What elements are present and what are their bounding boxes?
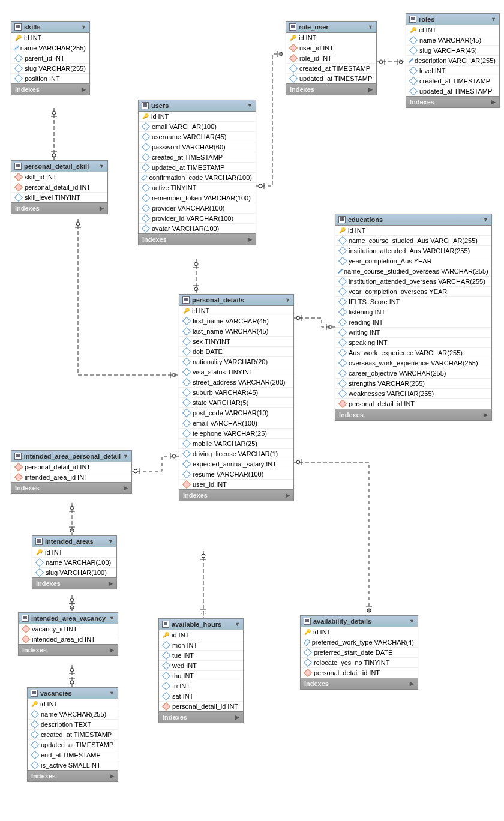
- indexes-footer[interactable]: Indexes▶: [19, 644, 118, 655]
- column-row[interactable]: email VARCHAR(100): [179, 418, 293, 429]
- column-row[interactable]: expected_annual_salary INT: [179, 459, 293, 469]
- table-roles[interactable]: roles▼🔑id INTname VARCHAR(45)slug VARCHA…: [406, 13, 500, 108]
- column-row[interactable]: first_name VARCHAR(45): [179, 316, 293, 326]
- column-row[interactable]: last_name VARCHAR(45): [179, 326, 293, 337]
- table-intended_area_personal_detail[interactable]: intended_area_personal_detail▼personal_d…: [11, 450, 132, 494]
- column-row[interactable]: personal_detail_id INT: [159, 702, 243, 711]
- column-row[interactable]: personal_detail_id INT: [11, 462, 131, 472]
- expand-icon[interactable]: ▶: [235, 714, 239, 720]
- table-skills[interactable]: skills▼🔑id INTname VARCHAR(255)parent_id…: [11, 21, 90, 95]
- column-row[interactable]: parent_id INT: [11, 53, 89, 64]
- column-row[interactable]: updated_at TIMESTAMP: [286, 74, 376, 83]
- table-header[interactable]: skills▼: [11, 22, 89, 33]
- expand-icon[interactable]: ▶: [124, 485, 128, 491]
- expand-icon[interactable]: ▶: [491, 99, 496, 105]
- table-availability_details[interactable]: availability_details▼🔑id INTpreferred_wo…: [300, 615, 418, 690]
- table-header[interactable]: intended_area_personal_detail▼: [11, 451, 131, 462]
- column-row[interactable]: thu INT: [159, 671, 243, 681]
- column-row[interactable]: post_code VARCHAR(10): [179, 408, 293, 418]
- column-row[interactable]: description VARCHAR(255): [406, 56, 499, 66]
- column-row[interactable]: name VARCHAR(255): [11, 43, 89, 53]
- column-row[interactable]: confirmation_code VARCHAR(100): [139, 173, 256, 183]
- column-row[interactable]: relocate_yes_no TINYINT: [301, 658, 418, 668]
- collapse-icon[interactable]: ▼: [109, 690, 115, 696]
- collapse-icon[interactable]: ▼: [235, 621, 240, 627]
- column-row[interactable]: password VARCHAR(60): [139, 142, 256, 152]
- collapse-icon[interactable]: ▼: [368, 24, 373, 30]
- expand-icon[interactable]: ▶: [82, 86, 86, 92]
- collapse-icon[interactable]: ▼: [247, 103, 253, 109]
- table-header[interactable]: availability_details▼: [301, 616, 418, 627]
- column-row[interactable]: speaking INT: [335, 338, 491, 348]
- table-personal_detail_skill[interactable]: personal_detail_skill▼skill_id INTperson…: [11, 160, 108, 214]
- column-row[interactable]: mobile VARCHAR(25): [179, 439, 293, 449]
- column-row[interactable]: 🔑id INT: [286, 33, 376, 43]
- column-row[interactable]: IELTS_Score INT: [335, 297, 491, 307]
- table-header[interactable]: users▼: [139, 100, 256, 112]
- column-row[interactable]: driving_license VARCHAR(1): [179, 449, 293, 459]
- expand-icon[interactable]: ▶: [110, 647, 114, 653]
- indexes-footer[interactable]: Indexes▶: [28, 770, 118, 781]
- column-row[interactable]: level INT: [406, 66, 499, 76]
- column-row[interactable]: slug VARCHAR(100): [32, 568, 116, 577]
- column-row[interactable]: 🔑id INT: [179, 306, 293, 316]
- table-available_hours[interactable]: available_hours▼🔑id INTmon INTtue INTwed…: [158, 618, 244, 723]
- indexes-footer[interactable]: Indexes▶: [11, 202, 107, 214]
- column-row[interactable]: name_course_studied_overseas VARCHAR(255…: [335, 266, 491, 277]
- column-row[interactable]: preferred_start_date DATE: [301, 648, 418, 658]
- table-header[interactable]: personal_details▼: [179, 295, 293, 306]
- expand-icon[interactable]: ▶: [410, 681, 414, 687]
- table-intended_area_vacancy[interactable]: intended_area_vacancy▼vacancy_id INTinte…: [18, 612, 118, 656]
- indexes-footer[interactable]: Indexes▶: [32, 577, 116, 589]
- column-row[interactable]: description TEXT: [28, 720, 118, 730]
- column-row[interactable]: weaknesses VARCHAR(255): [335, 389, 491, 399]
- column-row[interactable]: created_at TIMESTAMP: [286, 64, 376, 74]
- column-row[interactable]: writing INT: [335, 328, 491, 338]
- column-row[interactable]: 🔑id INT: [301, 627, 418, 637]
- column-row[interactable]: avatar VARCHAR(100): [139, 224, 256, 233]
- column-row[interactable]: 🔑id INT: [335, 226, 491, 236]
- table-intended_areas[interactable]: intended_areas▼🔑id INTname VARCHAR(100)s…: [32, 535, 117, 589]
- table-header[interactable]: educations▼: [335, 214, 491, 226]
- indexes-footer[interactable]: Indexes▶: [179, 489, 293, 501]
- column-row[interactable]: 🔑id INT: [159, 630, 243, 640]
- collapse-icon[interactable]: ▼: [285, 297, 290, 303]
- table-header[interactable]: role_user▼: [286, 22, 376, 33]
- indexes-footer[interactable]: Indexes▶: [139, 233, 256, 245]
- column-row[interactable]: street_address VARCHAR(200): [179, 377, 293, 388]
- column-row[interactable]: intended_area_id INT: [11, 472, 131, 482]
- column-row[interactable]: created_at TIMESTAMP: [139, 152, 256, 163]
- expand-icon[interactable]: ▶: [110, 773, 114, 779]
- expand-icon[interactable]: ▶: [286, 492, 290, 498]
- collapse-icon[interactable]: ▼: [491, 16, 496, 22]
- column-row[interactable]: provider_id VARCHAR(100): [139, 214, 256, 224]
- column-row[interactable]: created_at TIMESTAMP: [406, 76, 499, 86]
- table-header[interactable]: intended_area_vacancy▼: [19, 613, 118, 624]
- table-educations[interactable]: educations▼🔑id INTname_course_studied_Au…: [335, 214, 492, 421]
- column-row[interactable]: slug VARCHAR(45): [406, 46, 499, 56]
- table-vacancies[interactable]: vacancies▼🔑id INTname VARCHAR(255)descri…: [27, 687, 118, 782]
- column-row[interactable]: slug VARCHAR(255): [11, 64, 89, 74]
- column-row[interactable]: overseas_work_experience VARCHAR(255): [335, 358, 491, 368]
- table-header[interactable]: personal_detail_skill▼: [11, 161, 107, 172]
- column-row[interactable]: email VARCHAR(100): [139, 122, 256, 132]
- column-row[interactable]: visa_status TINYINT: [179, 367, 293, 377]
- column-row[interactable]: role_id INT: [286, 53, 376, 64]
- column-row[interactable]: vacancy_id INT: [19, 624, 118, 634]
- table-users[interactable]: users▼🔑id INTemail VARCHAR(100)username …: [138, 100, 256, 245]
- column-row[interactable]: updated_at TIMESTAMP: [406, 86, 499, 96]
- table-header[interactable]: vacancies▼: [28, 688, 118, 699]
- indexes-footer[interactable]: Indexes▶: [11, 83, 89, 95]
- column-row[interactable]: skill_level TINYINT: [11, 193, 107, 202]
- column-row[interactable]: suburb VARCHAR(45): [179, 388, 293, 398]
- collapse-icon[interactable]: ▼: [483, 217, 488, 223]
- column-row[interactable]: updated_at TIMESTAMP: [139, 163, 256, 173]
- expand-icon[interactable]: ▶: [109, 580, 113, 586]
- indexes-footer[interactable]: Indexes▶: [335, 409, 491, 420]
- column-row[interactable]: reading INT: [335, 317, 491, 328]
- column-row[interactable]: 🔑id INT: [32, 547, 116, 558]
- column-row[interactable]: institution_attended_Aus VARCHAR(255): [335, 246, 491, 256]
- column-row[interactable]: preferred_work_type VARCHAR(4): [301, 637, 418, 648]
- column-row[interactable]: end_at TIMESTAMP: [28, 750, 118, 760]
- indexes-footer[interactable]: Indexes▶: [159, 711, 243, 723]
